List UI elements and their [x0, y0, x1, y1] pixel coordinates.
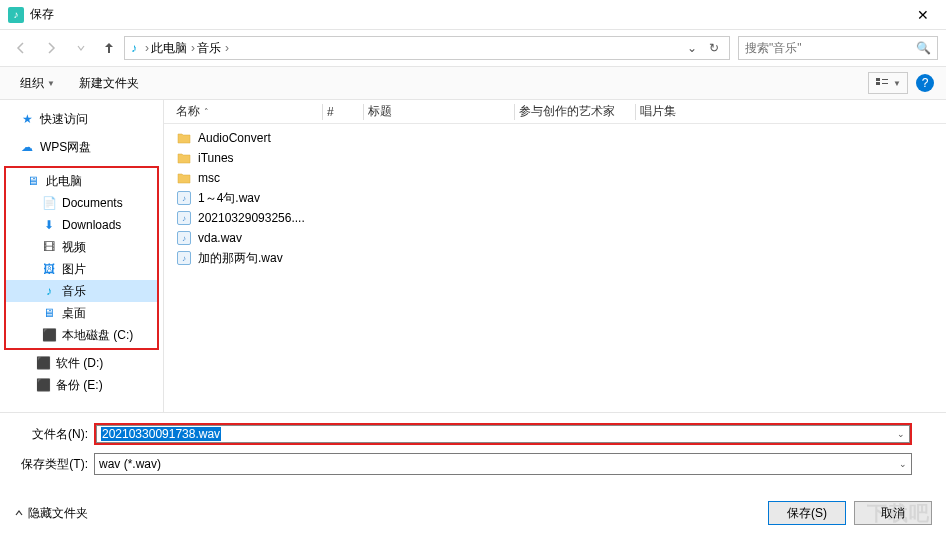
sidebar: ★ 快速访问 ☁ WPS网盘 🖥 此电脑 📄 Documents ⬇ Downl… [0, 100, 164, 412]
nav-bar: ♪ › 此电脑 › 音乐 › ⌄ ↻ 🔍 [0, 30, 946, 66]
save-label: 保存(S) [787, 505, 827, 522]
filename-input-highlight: 20210330091738.wav ⌄ [94, 423, 912, 445]
column-label: 标题 [368, 103, 392, 120]
pc-icon: 🖥 [26, 174, 40, 188]
disk-icon: ⬛ [36, 356, 50, 370]
svg-rect-1 [876, 82, 880, 85]
column-artist[interactable]: 参与创作的艺术家 [515, 103, 635, 120]
sidebar-item-this-pc[interactable]: 🖥 此电脑 [6, 170, 157, 192]
filename-input[interactable]: 20210330091738.wav ⌄ [96, 425, 910, 443]
search-box[interactable]: 🔍 [738, 36, 938, 60]
up-button[interactable] [98, 37, 120, 59]
sidebar-item-desktop[interactable]: 🖥 桌面 [6, 302, 157, 324]
file-name: AudioConvert [198, 131, 271, 145]
sidebar-item-backup-e[interactable]: ⬛ 备份 (E:) [0, 374, 163, 396]
sidebar-item-soft-d[interactable]: ⬛ 软件 (D:) [0, 352, 163, 374]
wav-file-icon: ♪ [176, 191, 192, 205]
file-item[interactable]: AudioConvert [172, 128, 938, 148]
filename-value: 20210330091738.wav [101, 427, 221, 441]
help-button[interactable]: ? [916, 74, 934, 92]
filetype-label: 保存类型(T): [14, 456, 88, 473]
form-area: 文件名(N): 20210330091738.wav ⌄ 保存类型(T): wa… [0, 412, 946, 493]
view-options-button[interactable]: ▼ [868, 72, 908, 94]
sidebar-item-videos[interactable]: 🎞 视频 [6, 236, 157, 258]
breadcrumb-music[interactable]: 音乐 [197, 40, 221, 57]
filetype-select[interactable]: wav (*.wav) ⌄ [94, 453, 912, 475]
wav-file-icon: ♪ [176, 211, 192, 225]
back-button[interactable] [8, 35, 34, 61]
footer: 隐藏文件夹 保存(S) 取消 [0, 493, 946, 533]
main-panel: 名称 ˄ # 标题 参与创作的艺术家 唱片集 AudioConvertiTune… [164, 100, 946, 412]
chevron-up-icon [14, 508, 24, 518]
filename-label: 文件名(N): [14, 426, 88, 443]
file-name: msc [198, 171, 220, 185]
column-name[interactable]: 名称 ˄ [172, 103, 322, 120]
file-item[interactable]: ♪20210329093256.... [172, 208, 938, 228]
search-icon[interactable]: 🔍 [916, 41, 931, 55]
sidebar-item-wps[interactable]: ☁ WPS网盘 [0, 136, 163, 158]
close-button[interactable]: ✕ [908, 7, 938, 23]
search-input[interactable] [745, 41, 916, 55]
svg-rect-3 [882, 83, 888, 84]
breadcrumb-thispc[interactable]: 此电脑 [151, 40, 187, 57]
cancel-label: 取消 [881, 505, 905, 522]
sidebar-item-documents[interactable]: 📄 Documents [6, 192, 157, 214]
forward-button[interactable] [38, 35, 64, 61]
download-icon: ⬇ [42, 218, 56, 232]
cloud-icon: ☁ [20, 140, 34, 154]
organize-label: 组织 [20, 75, 44, 92]
filetype-value: wav (*.wav) [99, 457, 161, 471]
star-icon: ★ [20, 112, 34, 126]
filename-dropdown[interactable]: ⌄ [897, 429, 905, 439]
sidebar-item-label: 桌面 [62, 305, 86, 322]
organize-button[interactable]: 组织 ▼ [12, 71, 63, 96]
cancel-button[interactable]: 取消 [854, 501, 932, 525]
recent-dropdown[interactable] [68, 35, 94, 61]
title-bar: ♪ 保存 ✕ [0, 0, 946, 30]
column-label: # [327, 105, 334, 119]
filetype-dropdown[interactable]: ⌄ [899, 459, 907, 469]
column-label: 唱片集 [640, 103, 676, 120]
column-label: 参与创作的艺术家 [519, 103, 615, 120]
desktop-icon: 🖥 [42, 306, 56, 320]
dropdown-icon: ▼ [47, 79, 55, 88]
file-item[interactable]: ♪vda.wav [172, 228, 938, 248]
new-folder-label: 新建文件夹 [79, 75, 139, 92]
address-bar[interactable]: ♪ › 此电脑 › 音乐 › ⌄ ↻ [124, 36, 730, 60]
sidebar-item-label: 快速访问 [40, 111, 88, 128]
sidebar-item-label: 音乐 [62, 283, 86, 300]
app-icon: ♪ [8, 7, 24, 23]
sidebar-item-quick-access[interactable]: ★ 快速访问 [0, 108, 163, 130]
column-number[interactable]: # [323, 105, 363, 119]
column-title[interactable]: 标题 [364, 103, 514, 120]
new-folder-button[interactable]: 新建文件夹 [71, 71, 147, 96]
wav-file-icon: ♪ [176, 251, 192, 265]
file-name: 1～4句.wav [198, 190, 260, 207]
file-item[interactable]: ♪加的那两句.wav [172, 248, 938, 268]
dropdown-icon: ▼ [893, 79, 901, 88]
sidebar-item-local-c[interactable]: ⬛ 本地磁盘 (C:) [6, 324, 157, 346]
sidebar-item-pictures[interactable]: 🖼 图片 [6, 258, 157, 280]
music-icon: ♪ [42, 284, 56, 298]
sidebar-item-downloads[interactable]: ⬇ Downloads [6, 214, 157, 236]
file-item[interactable]: ♪1～4句.wav [172, 188, 938, 208]
hide-folders-button[interactable]: 隐藏文件夹 [14, 505, 88, 522]
sidebar-item-label: 本地磁盘 (C:) [62, 327, 133, 344]
view-icon [875, 77, 891, 89]
save-button[interactable]: 保存(S) [768, 501, 846, 525]
sidebar-item-label: WPS网盘 [40, 139, 91, 156]
sidebar-item-label: 视频 [62, 239, 86, 256]
column-album[interactable]: 唱片集 [636, 103, 736, 120]
window-title: 保存 [30, 6, 908, 23]
sidebar-item-music[interactable]: ♪ 音乐 [6, 280, 157, 302]
refresh-button[interactable]: ↻ [705, 41, 723, 55]
wav-file-icon: ♪ [176, 231, 192, 245]
file-item[interactable]: msc [172, 168, 938, 188]
picture-icon: 🖼 [42, 262, 56, 276]
address-dropdown[interactable]: ⌄ [683, 41, 701, 55]
file-item[interactable]: iTunes [172, 148, 938, 168]
filename-row: 文件名(N): 20210330091738.wav ⌄ [14, 423, 932, 445]
breadcrumb-sep: › [191, 41, 195, 55]
video-icon: 🎞 [42, 240, 56, 254]
breadcrumb-sep: › [145, 41, 149, 55]
